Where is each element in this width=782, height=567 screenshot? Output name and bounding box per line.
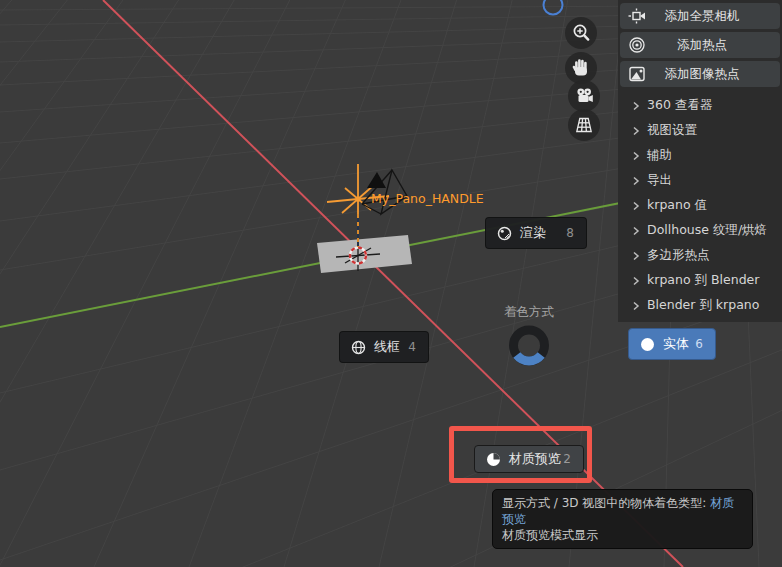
pie-direction-arc <box>517 355 541 361</box>
zoom-button[interactable] <box>565 17 597 49</box>
chevron-right-icon <box>632 301 640 311</box>
grid-frustum-icon <box>573 114 595 136</box>
chevron-right-icon <box>632 251 640 261</box>
chevron-right-icon <box>632 126 640 136</box>
sidebar-section-dollhouse-bake[interactable]: Dollhouse 纹理/烘焙 <box>632 218 778 243</box>
camera-view-button[interactable] <box>568 80 600 112</box>
chevron-right-icon <box>632 101 640 111</box>
sidebar-section-krpano-to-blender[interactable]: krpano 到 Blender <box>632 268 778 293</box>
pie-menu-center-donut <box>505 321 553 370</box>
sidebar-section-export[interactable]: 导出 <box>632 168 778 193</box>
chevron-right-icon <box>632 226 640 236</box>
add-hotspot-label: 添加热点 <box>648 37 780 54</box>
pie-menu-title: 着色方式 <box>489 304 569 321</box>
sidebar-section-helpers[interactable]: 辅助 <box>632 143 778 168</box>
sidebar-section-360-viewer[interactable]: 360 查看器 <box>632 93 778 118</box>
pie-item-shortcut: 8 <box>566 226 574 240</box>
add-pano-camera-button[interactable]: 添加全景相机 <box>620 3 780 29</box>
sidebar-section-polygon-hotspot[interactable]: 多边形热点 <box>632 243 778 268</box>
pie-item-rendered[interactable]: 渲染 8 <box>485 217 587 249</box>
magnifier-plus-icon <box>570 22 592 44</box>
tooltip: 显示方式 / 3D 视图中的物体着色类型: 材质预览 材质预览模式显示 <box>492 489 753 549</box>
pano-camera-icon <box>628 7 648 25</box>
sidebar-panel: 添加全景相机 添加热点 添加图像热点 360 查看器 视图设置 <box>618 0 782 322</box>
add-hotspot-button[interactable]: 添加热点 <box>620 32 780 58</box>
chevron-right-icon <box>632 201 640 211</box>
tooltip-description: 显示方式 / 3D 视图中的物体着色类型: <box>502 496 710 510</box>
pie-item-shortcut: 6 <box>695 337 703 351</box>
concentric-circles-icon <box>628 36 648 54</box>
pie-item-shortcut: 2 <box>563 452 571 466</box>
sidebar-section-blender-to-krpano[interactable]: Blender 到 krpano <box>632 293 778 318</box>
rendered-shading-icon <box>497 226 512 241</box>
add-pano-camera-label: 添加全景相机 <box>648 8 780 25</box>
sidebar-section-view-settings[interactable]: 视图设置 <box>632 118 778 143</box>
pie-item-material-preview[interactable]: 材质预览 2 <box>474 445 584 473</box>
chevron-right-icon <box>632 176 640 186</box>
object-name-label: My_Pano_HANDLE <box>371 191 484 206</box>
blender-3d-viewport[interactable]: My_Pano_HANDLE <box>0 0 782 567</box>
chevron-right-icon <box>632 276 640 286</box>
pie-item-wireframe[interactable]: 线框 4 <box>339 331 429 363</box>
pie-item-label: 实体 <box>663 335 689 353</box>
hand-icon <box>570 57 592 79</box>
pie-item-label: 材质预览 <box>509 450 561 468</box>
chevron-right-icon <box>632 151 640 161</box>
solid-shading-icon <box>640 337 655 352</box>
sidebar-section-krpano-values[interactable]: krpano 值 <box>632 193 778 218</box>
perspective-toggle-button[interactable] <box>568 109 600 141</box>
tooltip-detail: 材质预览模式显示 <box>502 528 598 542</box>
movie-camera-icon <box>573 85 595 107</box>
pie-item-label: 线框 <box>374 338 400 356</box>
add-image-hotspot-label: 添加图像热点 <box>648 66 780 83</box>
pie-item-shortcut: 4 <box>408 340 416 354</box>
wireframe-shading-icon <box>351 340 366 355</box>
image-icon <box>628 65 648 83</box>
pie-item-solid[interactable]: 实体 6 <box>628 328 716 360</box>
add-image-hotspot-button[interactable]: 添加图像热点 <box>620 61 780 87</box>
material-preview-shading-icon <box>486 452 501 467</box>
pie-item-label: 渲染 <box>520 224 546 242</box>
